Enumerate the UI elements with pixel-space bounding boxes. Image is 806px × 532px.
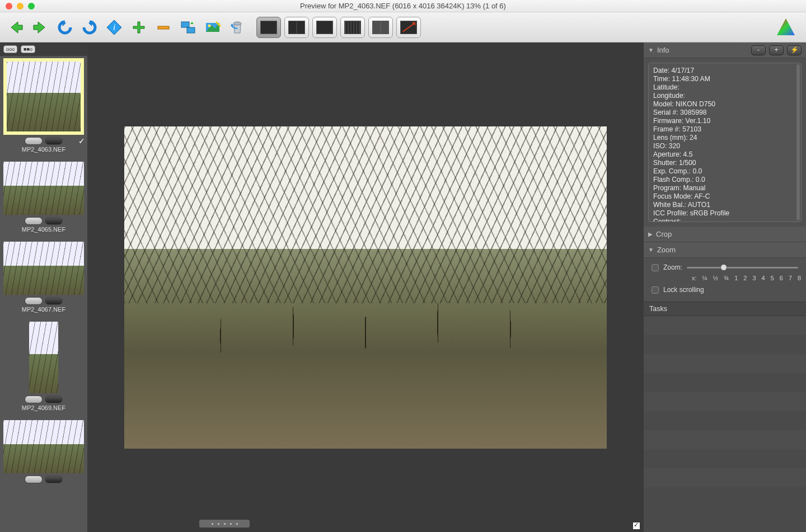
info-line: Contrast: [653,218,796,222]
forward-button[interactable] [29,16,51,39]
view-filmstrip-button[interactable] [340,17,365,38]
thumb-rating[interactable] [2,475,85,483]
add-button[interactable] [128,16,150,39]
thumbnail-name: MP2_4069.NEF [22,404,65,411]
zoom-tick: 4 [762,275,765,281]
filmstrip-mode-1-button[interactable]: ooo [3,45,17,53]
zoom-tick-row: x: ¼½¾12345678 [652,275,798,281]
info-line: Frame #: 57103 [653,125,796,134]
window-title: Preview for MP2_4063.NEF (6016 x 4016 36… [0,2,806,10]
info-line: Exp. Comp.: 0.0 [653,167,796,176]
thumbnail[interactable] [3,162,84,215]
svg-point-7 [233,22,241,25]
zoom-panel-body: Zoom: x: ¼½¾12345678 Lock scrolling [644,258,806,302]
lock-scrolling-label: Lock scrolling [663,286,704,294]
tasks-body [644,316,806,532]
close-window-button[interactable] [6,3,12,10]
image-canvas[interactable] [87,43,644,532]
svg-rect-2 [158,26,169,29]
batch-button[interactable] [177,16,199,39]
thumb-rating[interactable]: ✓ [2,137,85,145]
filmstrip-mode-2-button[interactable]: ■■o [21,45,35,53]
view-split-v-button[interactable] [284,17,309,38]
info-minus-button[interactable]: - [751,45,766,55]
view-split-h-button[interactable] [312,17,337,38]
thumb-rating[interactable] [2,217,85,225]
check-icon: ✓ [78,136,85,145]
zoom-label: Zoom: [663,263,682,271]
info-line: Time: 11:48:30 AM [653,75,796,83]
preview-image [124,126,607,449]
info-line: Latitude: [653,83,796,92]
delete-button[interactable] [226,16,249,39]
info-line: ISO: 320 [653,142,796,150]
tasks-title: Tasks [649,305,667,313]
info-line: Serial #: 3085998 [653,109,796,117]
minimize-window-button[interactable] [17,3,24,10]
disclosure-down-icon: ▼ [648,247,654,253]
undo-button[interactable] [54,16,76,39]
rating-bar[interactable] [199,520,250,528]
zoom-tick: 8 [798,275,801,281]
toolbar: i [0,12,806,43]
zoom-x-label: x: [692,275,697,281]
pick-checkbox[interactable] [632,522,640,530]
filmstrip-header: ooo ■■o [0,43,87,56]
remove-button[interactable] [152,16,175,39]
svg-rect-4 [187,27,195,33]
info-panel-header[interactable]: ▼ Info - + ⚡ [644,43,806,58]
tasks-header[interactable]: Tasks [644,302,806,316]
zoom-tick: 2 [743,275,747,281]
info-plus-button[interactable]: + [769,45,784,55]
info-panel-title: Info [657,46,748,54]
info-line: Firmware: Ver.1.10 [653,117,796,125]
zoom-tick: 1 [734,275,738,281]
zoom-slider[interactable] [687,267,798,269]
crop-panel-header[interactable]: ▶ Crop [644,227,806,242]
thumb-rating[interactable] [2,297,85,305]
view-single-button[interactable] [256,17,281,38]
info-line: Program: Manual [653,184,796,192]
zoom-panel-header[interactable]: ▼ Zoom [644,242,806,258]
info-line: White Bal.: AUTO1 [653,201,796,209]
info-line: Date: 4/17/17 [653,67,796,75]
zoom-tick: ¾ [724,275,729,281]
thumbnail-name: MP2_4067.NEF [22,306,65,313]
redo-button[interactable] [78,16,101,39]
info-flash-button[interactable]: ⚡ [787,45,802,55]
info-line: Longitude: [653,92,796,100]
svg-point-6 [208,24,211,27]
zoom-tick: ½ [713,275,718,281]
color-profile-icon[interactable] [775,16,797,39]
view-compare-button[interactable] [396,17,421,38]
info-line: Lens (mm): 24 [653,134,796,142]
thumbnail[interactable] [3,242,84,295]
thumbnail[interactable] [3,322,84,393]
zoom-window-button[interactable] [28,3,35,10]
zoom-tick: 7 [789,275,792,281]
zoom-tick: 5 [771,275,774,281]
back-button[interactable] [4,16,27,39]
info-box: Date: 4/17/17Time: 11:48:30 AMLatitude: … [648,63,802,222]
zoom-checkbox[interactable] [652,264,659,271]
info-button[interactable]: i [103,16,125,39]
disclosure-down-icon: ▼ [648,47,654,53]
svg-rect-3 [181,22,189,27]
thumb-rating[interactable] [2,396,85,403]
adjust-button[interactable] [202,16,224,39]
info-line: Focus Mode: AF-C [653,192,796,201]
zoom-panel-title: Zoom [657,246,802,254]
info-line: ICC Profile: sRGB Profile [653,209,796,218]
zoom-tick: ¼ [702,275,707,281]
info-line: Flash Comp.: 0.0 [653,176,796,184]
inspector-pane: ▼ Info - + ⚡ Date: 4/17/17Time: 11:48:30… [644,43,806,532]
thumbnail[interactable] [3,420,84,473]
info-scrollbar[interactable] [796,64,800,220]
info-line: Model: NIKON D750 [653,100,796,109]
thumbnail[interactable] [3,58,84,135]
info-line: Shutter: 1/500 [653,159,796,167]
lock-scrolling-checkbox[interactable] [652,286,659,294]
info-line: Aperture: 4.5 [653,150,796,159]
zoom-tick: 3 [752,275,756,281]
view-quad-button[interactable] [368,17,393,38]
